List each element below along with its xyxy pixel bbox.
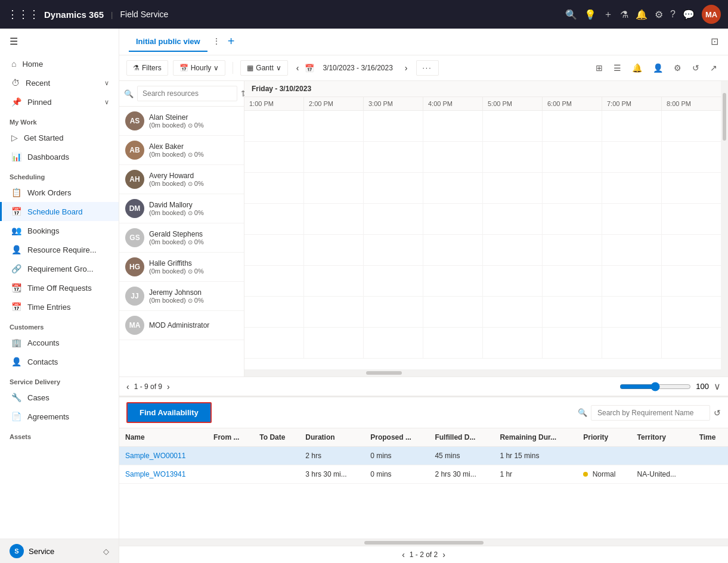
sidebar-item-cases[interactable]: 🔧 Cases [0,388,119,407]
sidebar-label-time-entries: Time Entries [27,303,70,312]
prev-date-button[interactable]: ‹ [293,61,303,75]
resource-row[interactable]: HG Halle Griffiths (0m booked) ⊙ 0% [119,253,244,282]
search-resources-input[interactable] [137,86,237,101]
sidebar-item-agreements[interactable]: 📄 Agreements [0,407,119,426]
resource-status: (0m booked) ⊙ 0% [149,151,204,158]
filter-icon[interactable]: ⚗ [620,9,628,20]
time-entries-icon: 📅 [11,302,21,312]
sidebar-item-time-entries[interactable]: 📅 Time Entries [0,297,119,316]
zoom-slider[interactable] [619,382,691,391]
resource-row[interactable]: AH Avery Howard (0m booked) ⊙ 0% [119,165,244,194]
waffle-icon[interactable]: ⋮⋮⋮ [7,8,39,21]
chevron-down-icon: ∨ [276,64,281,72]
sidebar-item-schedule-board[interactable]: 📅 Schedule Board [0,202,119,221]
gantt-cell [483,328,543,358]
requirement-gro-icon: 🔗 [11,264,21,273]
sidebar-toggle[interactable]: ☰ [0,29,119,54]
sidebar-item-dashboards[interactable]: 📊 Dashboards [0,147,119,166]
priority-dot [583,472,588,477]
view-options-icon[interactable]: ⋮ [212,36,221,46]
expand-icon[interactable]: ↗ [707,61,721,75]
list-view-icon[interactable]: ☰ [610,61,625,75]
table-row[interactable]: Sample_WO13941 3 hrs 30 mi... 0 mins 2 h… [119,465,728,484]
lightbulb-icon[interactable]: 💡 [584,9,596,20]
alert-icon[interactable]: 🔔 [628,61,646,75]
settings-icon[interactable]: ⚙ [655,9,663,20]
gantt-scrollbar[interactable] [244,369,721,377]
req-next-page-button[interactable]: › [442,550,445,559]
plus-icon[interactable]: ＋ [603,8,613,21]
resource-row[interactable]: GS Gerald Stephens (0m booked) ⊙ 0% [119,223,244,253]
req-time-cell [693,447,728,465]
table-row[interactable]: Sample_WO00011 2 hrs 0 mins 45 mins 1 hr… [119,447,728,465]
filters-button[interactable]: ⚗ Filters [126,60,168,76]
gantt-cell [364,297,423,327]
requirements-scrollbar[interactable] [119,539,728,546]
sidebar-item-recent[interactable]: ⏱ Recent ∨ [0,73,119,92]
schedule-board-icon: 📅 [11,207,21,216]
person-add-icon[interactable]: 👤 [649,61,667,75]
bottom-service-item[interactable]: S Service ◇ [0,539,119,563]
sidebar-item-work-orders[interactable]: 📋 Work Orders [0,183,119,202]
hourly-view-button[interactable]: 📅 Hourly ∨ [173,60,226,76]
toolbar-right: ⊞ ☰ 🔔 👤 ⚙ ↺ ↗ [592,61,721,75]
refresh-icon[interactable]: ↺ [689,61,703,75]
user-avatar[interactable]: MA [702,5,721,24]
sidebar-item-accounts[interactable]: 🏢 Accounts [0,333,119,352]
sidebar-item-resource-require[interactable]: 👤 Resource Require... [0,240,119,259]
resource-row[interactable]: DM David Mallory (0m booked) ⊙ 0% [119,194,244,223]
avatar-halle: HG [125,257,144,276]
gantt-view-button[interactable]: ▦ Gantt ∨ [240,60,287,76]
req-name-cell[interactable]: Sample_WO13941 [119,465,207,484]
resource-row[interactable]: AS Alan Steiner (0m booked) ⊙ 0% [119,107,244,136]
requirement-search-input[interactable] [591,405,710,421]
resource-row[interactable]: AB Alex Baker (0m booked) ⊙ 0% [119,136,244,165]
gantt-cell [602,297,662,327]
board-settings-icon[interactable]: ⊞ [592,61,606,75]
pagination-text: 1 - 9 of 9 [134,382,162,391]
next-page-button[interactable]: › [167,382,170,391]
sidebar-item-contacts[interactable]: 👤 Contacts [0,352,119,371]
req-remaining-cell: 1 hr [494,465,577,484]
prev-page-button[interactable]: ‹ [126,382,129,391]
gantt-cell [244,297,304,327]
collapse-button[interactable]: ∨ [714,381,721,392]
date-range-display: 3/10/2023 - 3/16/2023 [317,61,398,75]
gantt-cell [602,142,662,172]
sidebar-item-pinned[interactable]: 📌 Pinned ∨ [0,92,119,111]
notification-icon[interactable]: 🔔 [636,9,648,20]
gantt-cell [304,328,364,358]
req-name-cell[interactable]: Sample_WO00011 [119,447,207,465]
req-prev-page-button[interactable]: ‹ [402,550,405,559]
sidebar-item-home[interactable]: ⌂ Home [0,54,119,73]
find-availability-button[interactable]: Find Availability [126,402,212,423]
sidebar-item-get-started[interactable]: ▷ Get Started [0,128,119,147]
col-from: From ... [207,428,253,447]
req-to-date-cell [253,447,299,465]
fullscreen-icon[interactable]: ⊡ [711,36,718,47]
resource-row[interactable]: JJ Jeremy Johnson (0m booked) ⊙ 0% [119,282,244,311]
gear-icon[interactable]: ⚙ [670,61,685,75]
sidebar-item-time-off[interactable]: 📆 Time Off Requests [0,278,119,297]
gantt-cell [662,204,721,234]
gantt-cell [483,235,543,265]
requirements-pagination: ‹ 1 - 2 of 2 › [119,546,728,563]
gantt-cell [543,328,602,358]
sidebar-item-requirement-gro[interactable]: 🔗 Requirement Gro... [0,259,119,278]
module-name: Field Service [120,10,168,19]
vertical-scrollbar[interactable] [721,81,728,377]
view-tab-initial[interactable]: Initial public view [129,32,207,52]
resource-row[interactable]: MA MOD Administrator [119,311,244,340]
sidebar-item-bookings[interactable]: 👥 Bookings [0,221,119,240]
recent-icon: ⏱ [11,78,20,88]
next-date-button[interactable]: › [401,61,411,75]
help-icon[interactable]: ? [670,9,676,20]
sidebar-label-bookings: Bookings [27,226,59,235]
time-cell-1: 1:00 PM [244,97,304,110]
search-icon[interactable]: 🔍 [565,9,577,20]
refresh-requirements-button[interactable]: ↺ [714,408,721,418]
gantt-cell [602,235,662,265]
more-options-button[interactable]: ··· [416,60,439,76]
chat-icon[interactable]: 💬 [683,9,695,20]
add-view-icon[interactable]: + [228,35,235,48]
